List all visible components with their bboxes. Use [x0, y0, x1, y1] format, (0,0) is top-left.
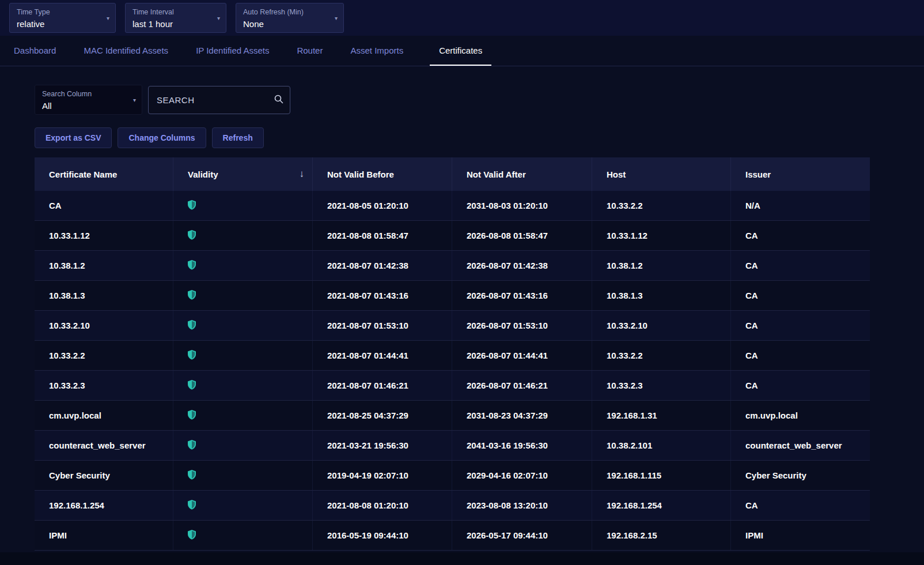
table-row[interactable]: 10.33.2.3 2021-08-07 01:46:21 2026-08-07… — [35, 371, 870, 401]
issuer-cell: N/A — [730, 191, 870, 220]
tab-bar: Dashboard MAC Identified Assets IP Ident… — [0, 36, 924, 66]
time-type-dropdown[interactable]: Time Type relative ▾ — [9, 3, 116, 33]
not-valid-before-cell: 2021-08-08 01:58:47 — [312, 221, 452, 250]
tab-router[interactable]: Router — [296, 36, 324, 66]
chevron-down-icon: ▾ — [133, 97, 136, 103]
certificates-panel: Search Column All ▾ Export as CSV Change… — [35, 85, 889, 551]
table-row[interactable]: 10.38.1.2 2021-08-07 01:42:38 2026-08-07… — [35, 251, 870, 281]
issuer-cell: IPMI — [730, 521, 870, 550]
search-column-value: All — [42, 101, 124, 111]
not-valid-before-cell: 2021-08-07 01:44:41 — [312, 341, 452, 370]
time-type-value: relative — [17, 19, 98, 29]
column-header-not-valid-after[interactable]: Not Valid After — [452, 157, 592, 191]
auto-refresh-value: None — [243, 19, 326, 29]
not-valid-before-cell: 2021-08-25 04:37:29 — [312, 401, 452, 430]
table-row[interactable]: cm.uvp.local 2021-08-25 04:37:29 2031-08… — [35, 401, 870, 431]
table-row[interactable]: counteract_web_server 2021-03-21 19:56:3… — [35, 431, 870, 461]
time-interval-dropdown[interactable]: Time Interval last 1 hour ▾ — [125, 3, 226, 33]
issuer-cell: CA — [730, 341, 870, 370]
certificates-table: Certificate Name Validity ↓ Not Valid Be… — [35, 157, 870, 551]
chevron-down-icon: ▾ — [335, 15, 338, 21]
validity-cell — [173, 281, 312, 310]
not-valid-before-cell: 2021-08-07 01:53:10 — [312, 311, 452, 340]
table-row[interactable]: 10.33.2.2 2021-08-07 01:44:41 2026-08-07… — [35, 341, 870, 371]
not-valid-after-cell: 2026-08-07 01:43:16 — [452, 281, 592, 310]
tab-certificates[interactable]: Certificates — [430, 36, 491, 66]
issuer-cell: counteract_web_server — [730, 431, 870, 460]
not-valid-after-cell: 2031-08-03 01:20:10 — [452, 191, 592, 220]
shield-valid-icon — [188, 440, 196, 451]
host-cell: 192.168.1.254 — [592, 491, 730, 520]
host-cell: 192.168.1.115 — [592, 461, 730, 490]
tab-asset-imports[interactable]: Asset Imports — [349, 36, 404, 66]
shield-valid-icon — [188, 500, 196, 511]
validity-cell — [173, 221, 312, 250]
not-valid-before-cell: 2021-08-07 01:43:16 — [312, 281, 452, 310]
validity-cell — [173, 491, 312, 520]
search-input[interactable] — [148, 86, 290, 114]
validity-cell — [173, 311, 312, 340]
table-row[interactable]: 10.38.1.3 2021-08-07 01:43:16 2026-08-07… — [35, 281, 870, 311]
table-row[interactable]: IPMI 2016-05-19 09:44:10 2026-05-17 09:4… — [35, 521, 870, 551]
chevron-down-icon: ▾ — [217, 15, 220, 21]
validity-cell — [173, 461, 312, 490]
shield-valid-icon — [188, 260, 196, 272]
table-body: CA 2021-08-05 01:20:10 2031-08-03 01:20:… — [35, 191, 870, 551]
certificate-name-cell: 192.168.1.254 — [35, 491, 173, 520]
host-cell: 10.33.2.10 — [592, 311, 730, 340]
column-header-certificate-name[interactable]: Certificate Name — [35, 157, 173, 191]
not-valid-after-cell: 2026-08-07 01:46:21 — [452, 371, 592, 400]
auto-refresh-dropdown[interactable]: Auto Refresh (Min) None ▾ — [236, 3, 344, 33]
table-row[interactable]: 10.33.2.10 2021-08-07 01:53:10 2026-08-0… — [35, 311, 870, 341]
column-header-host[interactable]: Host — [592, 157, 730, 191]
issuer-cell: CA — [730, 281, 870, 310]
not-valid-before-cell: 2021-08-05 01:20:10 — [312, 191, 452, 220]
export-csv-button[interactable]: Export as CSV — [35, 127, 112, 148]
shield-valid-icon — [188, 530, 196, 541]
host-cell: 10.33.2.3 — [592, 371, 730, 400]
column-header-validity[interactable]: Validity ↓ — [173, 157, 312, 191]
certificate-name-cell: counteract_web_server — [35, 431, 173, 460]
issuer-cell: CA — [730, 221, 870, 250]
host-cell: 10.33.2.2 — [592, 341, 730, 370]
issuer-cell: cm.uvp.local — [730, 401, 870, 430]
bottom-strip — [0, 552, 924, 565]
not-valid-after-cell: 2026-08-08 01:58:47 — [452, 221, 592, 250]
validity-cell — [173, 251, 312, 280]
host-cell: 10.38.2.101 — [592, 431, 730, 460]
not-valid-after-cell: 2023-08-08 13:20:10 — [452, 491, 592, 520]
table-row[interactable]: 192.168.1.254 2021-08-08 01:20:10 2023-0… — [35, 491, 870, 521]
table-header-row: Certificate Name Validity ↓ Not Valid Be… — [35, 157, 870, 191]
issuer-cell: CA — [730, 311, 870, 340]
search-input-wrapper — [148, 86, 290, 114]
change-columns-button[interactable]: Change Columns — [118, 127, 206, 148]
refresh-button[interactable]: Refresh — [212, 127, 264, 148]
table-row[interactable]: 10.33.1.12 2021-08-08 01:58:47 2026-08-0… — [35, 221, 870, 251]
certificate-name-cell: 10.33.2.3 — [35, 371, 173, 400]
shield-valid-icon — [188, 290, 196, 302]
time-interval-value: last 1 hour — [132, 19, 209, 29]
shield-valid-icon — [188, 380, 196, 391]
column-header-not-valid-before[interactable]: Not Valid Before — [312, 157, 452, 191]
tab-mac-identified-assets[interactable]: MAC Identified Assets — [82, 36, 169, 66]
certificate-name-cell: 10.38.1.2 — [35, 251, 173, 280]
shield-valid-icon — [188, 200, 196, 212]
certificate-name-cell: 10.33.2.10 — [35, 311, 173, 340]
table-row[interactable]: Cyber Security 2019-04-19 02:07:10 2029-… — [35, 461, 870, 491]
sort-desc-arrow-icon[interactable]: ↓ — [300, 168, 305, 180]
validity-cell — [173, 341, 312, 370]
host-cell: 10.38.1.3 — [592, 281, 730, 310]
validity-cell — [173, 431, 312, 460]
shield-valid-icon — [188, 350, 196, 361]
not-valid-after-cell: 2026-08-07 01:42:38 — [452, 251, 592, 280]
tab-dashboard[interactable]: Dashboard — [13, 36, 57, 66]
certificate-name-cell: 10.38.1.3 — [35, 281, 173, 310]
tab-ip-identified-assets[interactable]: IP Identified Assets — [195, 36, 270, 66]
certificate-name-cell: Cyber Security — [35, 461, 173, 490]
host-cell: 192.168.2.15 — [592, 521, 730, 550]
search-column-dropdown[interactable]: Search Column All ▾ — [35, 85, 142, 115]
issuer-cell: CA — [730, 491, 870, 520]
not-valid-before-cell: 2021-03-21 19:56:30 — [312, 431, 452, 460]
column-header-issuer[interactable]: Issuer — [730, 157, 870, 191]
table-row[interactable]: CA 2021-08-05 01:20:10 2031-08-03 01:20:… — [35, 191, 870, 221]
